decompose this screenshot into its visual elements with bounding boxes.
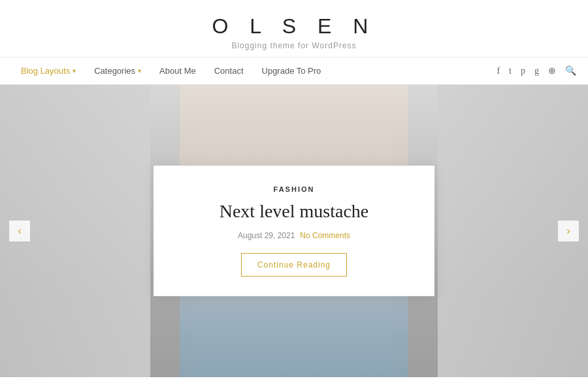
google-icon[interactable]: g (534, 66, 539, 76)
site-header: O L S E N Blogging theme for WordPress (0, 0, 588, 57)
next-slide-button[interactable]: › (558, 221, 579, 241)
nav-item-contact[interactable]: Contact (205, 66, 253, 76)
nav-item-blog-layouts[interactable]: Blog Layouts ▾ (12, 66, 85, 76)
chevron-right-icon: › (566, 225, 570, 237)
card-meta: August 29, 2021 No Comments (180, 231, 408, 240)
prev-slide-button[interactable]: ‹ (9, 221, 30, 241)
facebook-icon[interactable]: f (497, 66, 500, 76)
chevron-down-icon: ▾ (73, 67, 76, 74)
hero-card: Fashion Next level mustache August 29, 2… (154, 166, 434, 296)
nav-item-categories[interactable]: Categories ▾ (85, 66, 150, 76)
post-date: August 29, 2021 (238, 231, 295, 240)
nav-label: Blog Layouts (21, 66, 70, 76)
chevron-left-icon: ‹ (18, 225, 21, 237)
nav-item-upgrade[interactable]: Upgrade To Pro (253, 66, 331, 76)
nav-label: Upgrade To Pro (262, 66, 321, 76)
comment-count[interactable]: No Comments (300, 231, 350, 240)
nav-label: Contact (214, 66, 244, 76)
card-category: Fashion (180, 185, 408, 193)
chevron-down-icon: ▾ (138, 67, 141, 74)
nav-item-about-me[interactable]: About Me (150, 66, 205, 76)
hero-slider: ‹ › Fashion Next level mustache August 2… (0, 85, 588, 377)
search-icon[interactable]: 🔍 (565, 65, 576, 76)
twitter-icon[interactable]: t (509, 66, 512, 76)
site-tagline: Blogging theme for WordPress (0, 41, 588, 50)
card-title: Next level mustache (180, 200, 408, 223)
nav-right: f t p g ⊕ 🔍 (497, 65, 576, 76)
site-title: O L S E N (0, 14, 588, 38)
rss-icon[interactable]: ⊕ (548, 65, 556, 76)
pinterest-icon[interactable]: p (521, 66, 525, 76)
nav-label: About Me (159, 66, 196, 76)
nav-left: Blog Layouts ▾ Categories ▾ About Me Con… (12, 66, 330, 76)
nav-label: Categories (94, 66, 135, 76)
nav-bar: Blog Layouts ▾ Categories ▾ About Me Con… (0, 57, 588, 85)
continue-reading-button[interactable]: Continue Reading (241, 253, 347, 277)
